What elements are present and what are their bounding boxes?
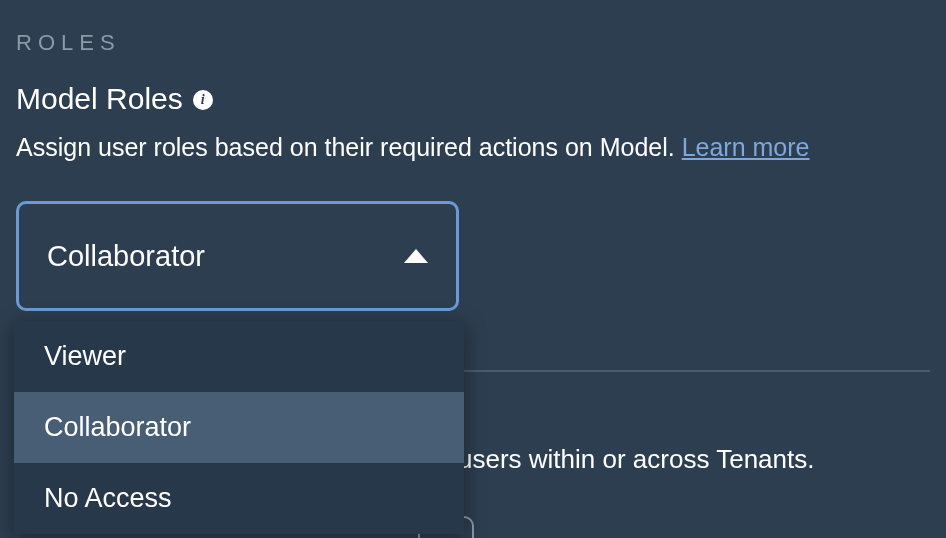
description-text: Assign user roles based on their require…: [16, 133, 682, 161]
page-title: Model Roles: [16, 82, 183, 116]
role-option-viewer[interactable]: Viewer: [14, 321, 464, 392]
role-select[interactable]: Collaborator: [16, 201, 459, 311]
partial-text-behind-dropdown: users within or across Tenants.: [458, 444, 814, 475]
role-option-collaborator[interactable]: Collaborator: [14, 392, 464, 463]
section-label: ROLES: [16, 30, 930, 56]
role-select-value: Collaborator: [47, 240, 205, 273]
role-option-no-access[interactable]: No Access: [14, 463, 464, 534]
chevron-up-icon: [404, 249, 428, 263]
info-icon[interactable]: i: [193, 90, 213, 110]
section-description: Assign user roles based on their require…: [16, 130, 930, 165]
role-dropdown-menu: Viewer Collaborator No Access: [14, 321, 464, 534]
learn-more-link[interactable]: Learn more: [682, 133, 810, 161]
